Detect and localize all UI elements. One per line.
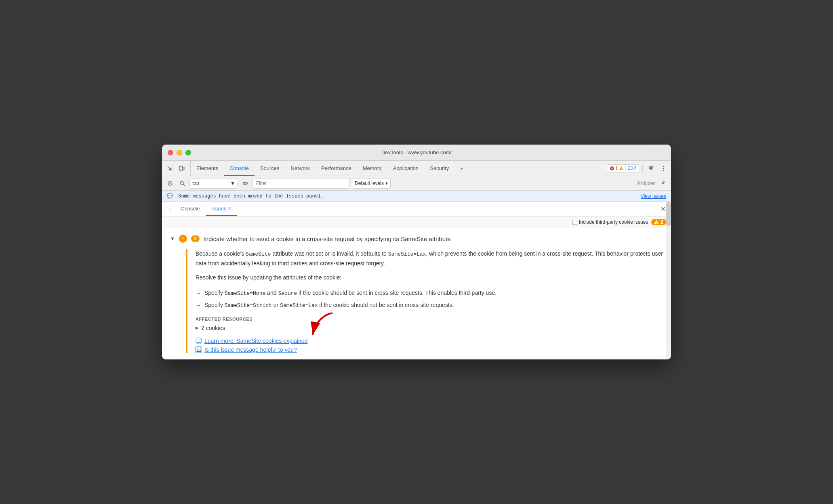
main-content-area: ⋮ Console Issues ✕ ✕ Include third-party… bbox=[162, 202, 671, 359]
affected-label: AFFECTED RESOURCES bbox=[196, 317, 663, 321]
tab-sources[interactable]: Sources bbox=[255, 161, 285, 176]
toolbar-icon-group bbox=[164, 161, 191, 176]
svg-point-7 bbox=[663, 166, 664, 167]
issue-warning-icon: ! bbox=[179, 235, 187, 243]
issue-title: Indicate whether to send a cookie in a c… bbox=[204, 235, 451, 242]
context-selector[interactable]: top ▼ bbox=[189, 178, 238, 189]
third-party-cookie-checkbox[interactable] bbox=[572, 220, 577, 225]
learn-link-icon: → bbox=[196, 338, 202, 344]
tab-security[interactable]: Security bbox=[424, 161, 454, 176]
bullet-item-1: → Specify SameSite=None and Secure if th… bbox=[196, 288, 663, 298]
tab-issues-close[interactable]: ✕ bbox=[228, 206, 231, 211]
titlebar: DevTools - www.youtube.com/ bbox=[162, 145, 671, 161]
tab-elements[interactable]: Elements bbox=[191, 161, 224, 176]
bullet-item-2: → Specify SameSite=Strict or SameSite=La… bbox=[196, 300, 663, 310]
cookies-toggle[interactable]: ▶ 2 cookies bbox=[196, 325, 663, 331]
scrollbar-thumb[interactable] bbox=[666, 202, 671, 226]
issues-warning-badge: ! 2 bbox=[651, 219, 666, 225]
issue-resolve-text: Resolve this issue by updating the attri… bbox=[196, 273, 663, 282]
filter-input[interactable] bbox=[252, 178, 349, 189]
hidden-count: 9 hidden bbox=[637, 178, 668, 188]
level-selector[interactable]: Default levels ▾ bbox=[352, 178, 391, 189]
tab-console-inner[interactable]: Console bbox=[175, 202, 206, 216]
minimize-button[interactable] bbox=[177, 150, 182, 155]
more-tabs-button[interactable]: » bbox=[454, 161, 469, 176]
learn-more-link[interactable]: → Learn more: SameSite cookies explained bbox=[196, 338, 663, 344]
toolbar-right-icons: ✕ 1 ! 1 2 bbox=[604, 161, 669, 176]
devtools-window: DevTools - www.youtube.com/ Elements Con… bbox=[162, 145, 671, 359]
tab-application[interactable]: Application bbox=[387, 161, 425, 176]
svg-rect-6 bbox=[628, 167, 632, 170]
more-options-icon[interactable] bbox=[658, 163, 669, 174]
error-warning-badges[interactable]: ✕ 1 ! 1 2 bbox=[607, 164, 639, 172]
info-banner: 💬 Some messages have been moved to the I… bbox=[162, 191, 671, 202]
settings-gear-icon[interactable] bbox=[658, 178, 668, 188]
checkbox-bar: Include third-party cookie issues ! 2 bbox=[162, 216, 671, 228]
svg-text:!: ! bbox=[621, 167, 622, 170]
message-badge: 2 bbox=[628, 166, 636, 171]
toolbar-separator bbox=[642, 165, 643, 172]
clear-console-button[interactable] bbox=[165, 178, 175, 188]
svg-text:!: ! bbox=[656, 221, 657, 225]
affected-resources-section: AFFECTED RESOURCES ▶ 2 cookies bbox=[196, 317, 663, 331]
third-party-cookie-checkbox-label[interactable]: Include third-party cookie issues bbox=[572, 219, 648, 225]
bullet-list: → Specify SameSite=None and Secure if th… bbox=[196, 288, 663, 310]
svg-point-9 bbox=[663, 170, 664, 171]
tab-network[interactable]: Network bbox=[285, 161, 316, 176]
scrollbar-track[interactable] bbox=[666, 202, 671, 359]
svg-point-14 bbox=[244, 183, 246, 184]
console-toolbar: top ▼ Default levels ▾ 9 hidden bbox=[162, 176, 671, 191]
tab-console[interactable]: Console bbox=[224, 161, 255, 176]
tab-memory[interactable]: Memory bbox=[357, 161, 387, 176]
bullet-arrow-1: → bbox=[196, 289, 201, 298]
issue-body: Because a cookie's SameSite attribute wa… bbox=[186, 249, 663, 353]
tab-menu-button[interactable]: ⋮ bbox=[165, 204, 175, 214]
tab-issues[interactable]: Issues ✕ bbox=[206, 202, 238, 216]
issue-expand-toggle[interactable]: ▼ bbox=[170, 236, 175, 242]
nav-tabs: Elements Console Sources Network Perform… bbox=[191, 161, 604, 176]
issue-description: Because a cookie's SameSite attribute wa… bbox=[196, 249, 663, 268]
cookies-toggle-arrow: ▶ bbox=[196, 326, 199, 330]
close-button[interactable] bbox=[168, 150, 173, 155]
window-title: DevTools - www.youtube.com/ bbox=[381, 149, 452, 155]
device-toolbar-icon[interactable] bbox=[177, 163, 187, 174]
inner-tabs-bar: ⋮ Console Issues ✕ ✕ bbox=[162, 202, 671, 216]
error-badge: ✕ 1 bbox=[610, 166, 618, 171]
feedback-link[interactable]: 💬 Is this issue message helpful to you? bbox=[196, 346, 663, 353]
maximize-button[interactable] bbox=[185, 150, 191, 155]
issue-header: ▼ ! 2 Indicate whether to send a cookie … bbox=[170, 235, 663, 243]
eye-icon[interactable] bbox=[240, 178, 250, 188]
tab-performance[interactable]: Performance bbox=[316, 161, 357, 176]
devtools-navbar: Elements Console Sources Network Perform… bbox=[162, 161, 671, 176]
svg-text:✕: ✕ bbox=[610, 167, 613, 170]
svg-point-8 bbox=[663, 168, 664, 169]
svg-line-13 bbox=[183, 184, 185, 186]
warning-badge: ! 1 bbox=[619, 166, 627, 171]
view-issues-link[interactable]: View issues bbox=[641, 193, 666, 199]
inspect-icon[interactable] bbox=[164, 163, 175, 174]
feedback-link-icon: 💬 bbox=[196, 346, 202, 353]
issue-count: 2 bbox=[191, 235, 200, 242]
settings-icon[interactable] bbox=[646, 163, 656, 174]
filter-icon[interactable] bbox=[177, 178, 187, 188]
svg-rect-0 bbox=[179, 166, 183, 170]
traffic-lights bbox=[168, 150, 191, 155]
issue-content: ▼ ! 2 Indicate whether to send a cookie … bbox=[162, 228, 671, 359]
links-section: → Learn more: SameSite cookies explained… bbox=[196, 338, 663, 353]
message-icon: 💬 bbox=[167, 193, 173, 199]
bullet-arrow-2: → bbox=[196, 301, 201, 310]
svg-rect-1 bbox=[183, 167, 184, 170]
